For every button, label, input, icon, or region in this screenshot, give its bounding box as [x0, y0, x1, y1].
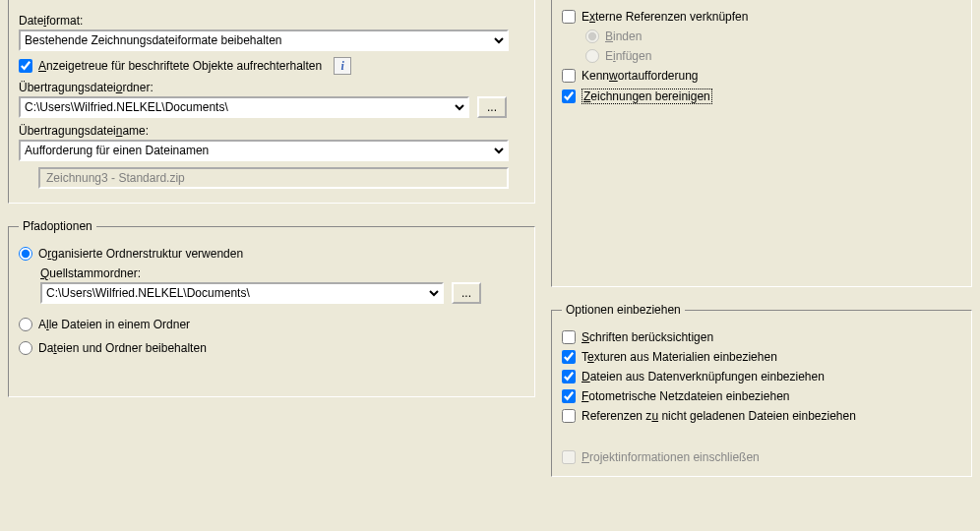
include-fonts-checkbox[interactable] — [562, 330, 576, 344]
filename-preview-field — [38, 167, 509, 189]
insert-radio — [585, 49, 599, 63]
all-files-one-folder-radio[interactable] — [19, 318, 32, 331]
visual-fidelity-label: Anzeigetreue für beschriftete Objekte au… — [38, 59, 322, 73]
external-refs-label: Externe Referenzen verknüpfen — [582, 10, 748, 24]
include-project-info-label: Projektinformationen einschließen — [582, 450, 760, 464]
organized-structure-radio[interactable] — [19, 247, 32, 261]
file-format-label: Dateiformat: — [19, 14, 524, 28]
source-root-browse-button[interactable]: ... — [452, 282, 481, 304]
organized-structure-label: Organisierte Ordnerstruktur verwenden — [38, 247, 243, 261]
include-unloaded-refs-checkbox[interactable] — [562, 409, 576, 423]
path-options-group: Pfadoptionen Organisierte Ordnerstruktur… — [8, 219, 535, 397]
include-datalinks-checkbox[interactable] — [562, 370, 576, 384]
keep-files-folders-radio[interactable] — [19, 341, 32, 355]
include-project-info-checkbox — [562, 450, 576, 464]
password-prompt-checkbox[interactable] — [562, 69, 576, 83]
keep-files-folders-label: Dateien und Ordner beibehalten — [38, 341, 207, 355]
bind-label: Binden — [605, 30, 642, 43]
external-refs-checkbox[interactable] — [562, 10, 576, 24]
insert-label: Einfügen — [605, 49, 651, 63]
include-textures-label: Texturen aus Materialien einbeziehen — [582, 350, 777, 364]
info-icon[interactable]: i — [334, 57, 351, 75]
include-options-legend: Optionen einbeziehen — [562, 303, 685, 317]
purge-drawings-checkbox[interactable] — [562, 89, 576, 103]
transfer-folder-dropdown[interactable]: C:\Users\Wilfried.NELKEL\Documents\ — [19, 96, 469, 118]
transfer-name-label: Übertragungsdateiname: — [19, 124, 524, 138]
file-settings-group: Dateiformat: Bestehende Zeichnungsdateif… — [8, 0, 535, 204]
source-root-label: Quellstammordner: — [40, 266, 524, 280]
include-textures-checkbox[interactable] — [562, 350, 576, 364]
transfer-folder-browse-button[interactable]: ... — [477, 96, 507, 118]
all-files-one-folder-label: Alle Dateien in einem Ordner — [38, 318, 190, 331]
include-photometric-label: Fotometrische Netzdateien einbeziehen — [582, 389, 789, 403]
include-unloaded-refs-label: Referenzen zu nicht geladenen Dateien ei… — [582, 409, 856, 423]
file-format-dropdown[interactable]: Bestehende Zeichnungsdateiformate beibeh… — [19, 30, 509, 51]
transfer-name-dropdown[interactable]: Aufforderung für einen Dateinamen — [19, 140, 509, 161]
source-root-dropdown[interactable]: C:\Users\Wilfried.NELKEL\Documents\ — [40, 282, 444, 304]
purge-drawings-label: Zeichnungen bereinigen — [582, 88, 712, 104]
path-options-legend: Pfadoptionen — [19, 219, 96, 233]
include-datalinks-label: Dateien aus Datenverknüpfungen einbezieh… — [582, 370, 825, 384]
include-photometric-checkbox[interactable] — [562, 389, 576, 403]
transfer-folder-label: Übertragungsdateiordner: — [19, 81, 524, 94]
include-fonts-label: Schriften berücksichtigen — [582, 330, 713, 344]
include-options-group: Optionen einbeziehen Schriften berücksic… — [551, 303, 972, 477]
actions-group: Externe Referenzen verknüpfen Binden Ein… — [551, 0, 972, 287]
password-prompt-label: Kennwortaufforderung — [582, 69, 699, 83]
visual-fidelity-checkbox[interactable] — [19, 59, 32, 73]
bind-radio — [585, 30, 599, 43]
